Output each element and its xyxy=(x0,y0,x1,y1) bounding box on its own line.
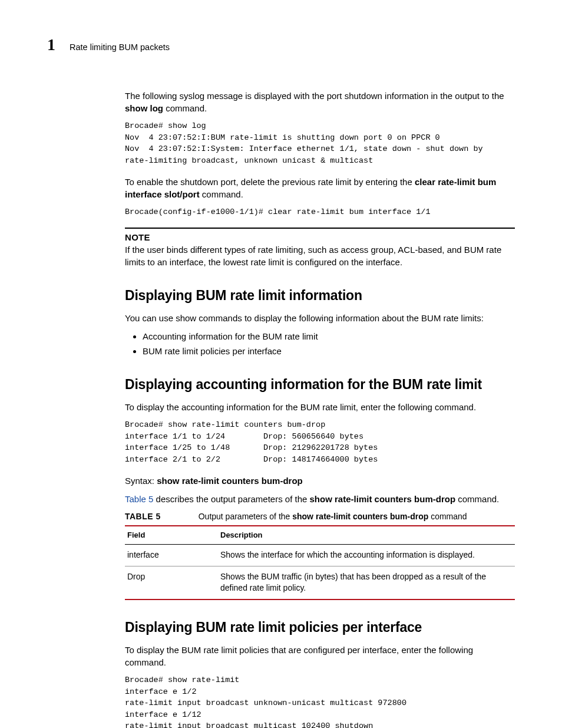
text: command. xyxy=(455,494,499,504)
page-header: 1 Rate limiting BUM packets xyxy=(47,35,515,54)
syntax-command: show rate-limit counters bum-drop xyxy=(157,476,303,486)
command-name: show rate-limit counters bum-drop xyxy=(310,494,456,504)
cell-desc: Shows the BUM traffic (in bytes) that ha… xyxy=(218,566,515,599)
table-link[interactable]: Table 5 xyxy=(125,494,153,504)
intro-para-1: The following syslog message is displaye… xyxy=(125,90,515,114)
code-block-clearrate: Brocade(config-if-e1000-1/1)# clear rate… xyxy=(125,206,515,218)
col-header-field: Field xyxy=(125,526,218,545)
section1-bullets: Accounting information for the BUM rate … xyxy=(125,330,515,357)
text: describes the output parameters of the xyxy=(153,494,309,504)
chapter-number: 1 xyxy=(47,35,55,54)
syntax-line: Syntax: show rate-limit counters bum-dro… xyxy=(125,475,515,487)
command-name: show rate-limit counters bum-drop xyxy=(292,512,428,521)
command-name: show log xyxy=(125,103,163,113)
list-item: Accounting information for the BUM rate … xyxy=(143,330,515,342)
section-heading-1: Displaying BUM rate limit information xyxy=(125,286,515,305)
text: command. xyxy=(163,103,207,113)
code-block-showlog: Brocade# show log Nov 4 23:07:52:I:BUM r… xyxy=(125,120,515,166)
text: To enable the shutdown port, delete the … xyxy=(125,177,415,187)
list-item: BUM rate limit policies per interface xyxy=(143,345,515,357)
params-table: Field Description interface Shows the in… xyxy=(125,525,515,600)
code-block-showratelimit2: Brocade# show rate-limit interface e 1/2… xyxy=(125,674,515,728)
table-reference: Table 5 describes the output parameters … xyxy=(125,493,515,505)
col-header-desc: Description xyxy=(218,526,515,545)
cell-field: interface xyxy=(125,545,218,566)
section-heading-3: Displaying BUM rate limit policies per i… xyxy=(125,618,515,637)
text: command. xyxy=(200,189,243,199)
section2-intro: To display the accounting information fo… xyxy=(125,401,515,413)
code-block-showratelimit: Brocade# show rate-limit counters bum-dr… xyxy=(125,419,515,465)
table-caption-label: TABLE 5 xyxy=(125,512,161,521)
text: The following syslog message is displaye… xyxy=(125,91,504,101)
section-heading-2: Displaying accounting information for th… xyxy=(125,375,515,394)
header-title: Rate limiting BUM packets xyxy=(70,42,170,52)
page: 1 Rate limiting BUM packets The followin… xyxy=(0,0,562,728)
table-caption-text: Output parameters of the xyxy=(199,512,293,521)
cell-field: Drop xyxy=(125,566,218,599)
syntax-label: Syntax: xyxy=(125,476,154,486)
cell-desc: Shows the interface for which the accoun… xyxy=(218,545,515,566)
text: command xyxy=(428,512,467,521)
content-body: The following syslog message is displaye… xyxy=(125,90,515,728)
intro-para-2: To enable the shutdown port, delete the … xyxy=(125,176,515,200)
table-caption: TABLE 5 Output parameters of the show ra… xyxy=(125,511,515,523)
note-label: NOTE xyxy=(125,231,515,243)
section3-intro: To display the BUM rate limit policies t… xyxy=(125,644,515,668)
section1-intro: You can use show commands to display the… xyxy=(125,312,515,324)
note-block: NOTE If the user binds different types o… xyxy=(125,228,515,268)
table-row: Drop Shows the BUM traffic (in bytes) th… xyxy=(125,566,515,599)
note-text: If the user binds different types of rat… xyxy=(125,243,515,268)
table-row: interface Shows the interface for which … xyxy=(125,545,515,566)
